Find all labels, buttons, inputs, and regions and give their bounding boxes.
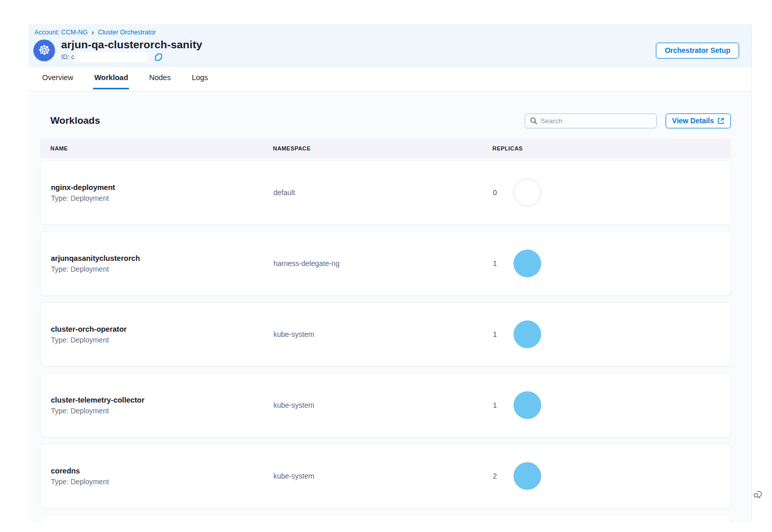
replica-count: 1 [493,259,499,268]
view-details-label: View Details [672,117,714,125]
tab-bar: Overview Workload Nodes Logs [28,67,751,91]
tab-workload[interactable]: Workload [93,67,129,89]
workload-replicas-cell: 1 [493,320,730,348]
replica-count: 1 [493,401,499,409]
view-details-button[interactable]: View Details [666,113,731,128]
table-row[interactable]: nginx-deployment Type: Deployment defaul… [40,160,731,225]
workload-name: arjunqasanityclusterorch [51,254,273,262]
workload-name-cell: cluster-telemetry-collector Type: Deploy… [41,396,273,415]
workload-name: nginx-deployment [51,183,273,192]
breadcrumb-chevron-icon: › [92,28,94,37]
search-icon [530,117,537,124]
workload-type: Type: Deployment [51,336,273,344]
replica-count: 2 [493,472,499,480]
workload-namespace: kube-system [273,401,493,409]
tab-logs[interactable]: Logs [191,67,209,89]
workload-type: Type: Deployment [51,194,273,202]
table-header: NAME NAMESPACE REPLICAS [40,139,731,158]
workloads-table: nginx-deployment Type: Deployment defaul… [40,160,731,508]
main-content: Account: CCM-NG › Cluster Orchestrator ☸… [28,24,751,522]
workloads-panel: Workloads View Details [28,91,751,522]
workload-name-cell: arjunqasanityclusterorch Type: Deploymen… [41,254,273,273]
workloads-heading: Workloads [50,115,100,126]
table-row[interactable]: arjunqasanityclusterorch Type: Deploymen… [40,231,731,296]
table-row[interactable]: coredns Type: Deployment kube-system 2 [40,444,731,508]
search-box[interactable] [525,113,657,128]
workload-name-cell: coredns Type: Deployment [41,467,273,486]
workload-name: cluster-orch-operator [51,325,273,333]
breadcrumb-section-link[interactable]: Cluster Orchestrator [98,29,156,36]
chat-icon[interactable] [753,489,763,501]
orchestrator-setup-button[interactable]: Orchestrator Setup [656,43,739,59]
table-row[interactable]: cluster-telemetry-collector Type: Deploy… [40,373,731,438]
replica-count: 1 [493,330,499,338]
column-header-name: NAME [40,145,273,151]
workload-name: cluster-telemetry-collector [51,396,273,404]
replica-status-circle [513,462,541,490]
workload-type: Type: Deployment [51,478,273,486]
workload-namespace: harness-delegate-ng [273,259,493,268]
page: Account: CCM-NG › Cluster Orchestrator ☸… [0,0,772,532]
cluster-title: arjun-qa-clusterorch-sanity [61,39,203,51]
table-row[interactable]: cluster-orch-operator Type: Deployment k… [40,302,731,367]
replica-count: 0 [493,188,499,197]
breadcrumb-account-link[interactable]: Account: CCM-NG [34,29,88,36]
workloads-panel-header: Workloads View Details [40,113,731,128]
replica-status-circle [513,320,541,348]
tab-overview[interactable]: Overview [41,67,74,89]
breadcrumb: Account: CCM-NG › Cluster Orchestrator [33,29,739,36]
cluster-id-label: ID: c [61,53,75,61]
search-input[interactable] [541,117,652,125]
workload-namespace: kube-system [273,472,493,480]
workload-name-cell: cluster-orch-operator Type: Deployment [41,325,273,344]
column-header-namespace: NAMESPACE [273,145,492,151]
table-row-partial[interactable] [40,515,731,522]
workload-replicas-cell: 1 [493,250,730,277]
replica-status-circle [513,391,541,419]
replica-status-circle [513,250,541,277]
cluster-header: Account: CCM-NG › Cluster Orchestrator ☸… [28,24,751,67]
workload-type: Type: Deployment [51,407,273,415]
cluster-title-row: ☸ arjun-qa-clusterorch-sanity ID: c [33,39,739,62]
external-link-icon [718,118,724,124]
replica-status-circle [513,179,541,206]
workload-name-cell: nginx-deployment Type: Deployment [41,183,273,202]
right-divider [751,24,752,522]
copy-icon[interactable] [155,53,162,61]
workload-replicas-cell: 1 [493,391,730,419]
workload-name: coredns [51,467,273,475]
tab-nodes[interactable]: Nodes [148,67,172,89]
workload-namespace: kube-system [273,330,493,338]
kubernetes-icon: ☸ [33,40,55,61]
workload-namespace: default [273,188,493,197]
workload-replicas-cell: 0 [493,179,730,206]
workload-replicas-cell: 2 [493,462,730,490]
workload-type: Type: Deployment [51,265,273,273]
column-header-replicas: REPLICAS [492,145,731,151]
cluster-id-redacted [76,52,148,62]
